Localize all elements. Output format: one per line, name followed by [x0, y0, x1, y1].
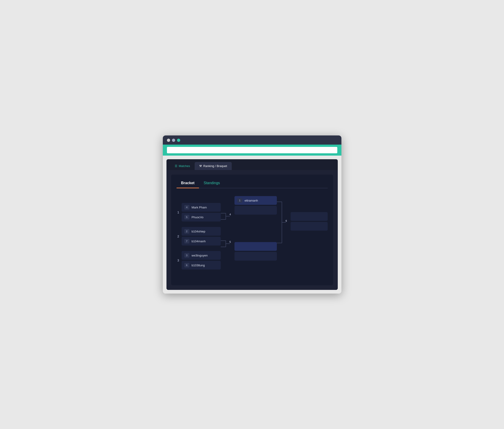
bracket-label: Bracket [181, 181, 195, 185]
slot-r1g1s2: 5 PhuocVo [182, 213, 221, 221]
group-2-label: 2 [177, 235, 180, 238]
ranking-icon: ⚒ [199, 164, 202, 168]
svg-text:6: 6 [286, 219, 287, 222]
tab-ranking[interactable]: ⚒ Ranking / Braquet [195, 162, 232, 170]
inner-panel: Bracket Standings 1 [171, 175, 333, 285]
slot-r2g5s1: 0 [234, 242, 277, 251]
standings-label: Standings [204, 181, 220, 185]
slot-r1g2s2: 7 b104manh [182, 237, 221, 245]
browser-titlebar [163, 135, 342, 156]
group-6-slots: 0 0 [291, 212, 327, 231]
connector-r1-r2: 4 5 [221, 201, 234, 279]
seed: 6 [184, 263, 189, 267]
seed: 3 [184, 253, 189, 258]
minimize-button[interactable] [172, 139, 175, 142]
tab-matches-label: Matches [179, 164, 190, 168]
player-name: Mark Pham [192, 206, 207, 209]
slot-r3g6s1: 0 [291, 212, 327, 221]
round3-group-6: 0 0 [291, 210, 327, 233]
browser-window: ☰ Matches ⚒ Ranking / Braquet Bracket [163, 135, 342, 294]
maximize-button[interactable] [177, 139, 180, 142]
slot-r2g4s2: 0 [234, 206, 277, 215]
player-name: b104xhiep [192, 230, 205, 233]
slot-r2g4s1: 1 ettramanh [234, 196, 277, 205]
round-3: 0 0 [291, 194, 327, 233]
round-2: 1 ettramanh 0 [234, 194, 277, 263]
tab-bar: ☰ Matches ⚒ Ranking / Braquet [166, 159, 338, 170]
player-name: b103ttung [192, 263, 205, 267]
connector-r2-r3: 6 [277, 194, 291, 271]
group-5-slots: 0 0 [234, 242, 277, 261]
url-bar[interactable] [167, 147, 337, 153]
browser-content: ☰ Matches ⚒ Ranking / Braquet Bracket [163, 156, 342, 294]
browser-bar-area [163, 145, 342, 156]
slot-r1g2s1: 2 b104xhiep [182, 227, 221, 236]
main-content: Bracket Standings 1 [166, 170, 338, 290]
player-name: we3tnguyen [192, 254, 208, 257]
sub-tab-bracket[interactable]: Bracket [177, 179, 199, 188]
svg-text:5: 5 [229, 240, 231, 243]
seed: 7 [184, 239, 189, 244]
svg-text:4: 4 [229, 213, 231, 216]
round1-group-2: 2 2 b104xhiep 7 b104manh [177, 225, 221, 248]
sub-tab-standings[interactable]: Standings [199, 179, 225, 188]
player-name: ettramanh [244, 199, 258, 202]
slot-r2g5s2: 0 [234, 252, 277, 261]
slot-r1g3s2: 6 b103ttung [182, 261, 221, 270]
tab-ranking-label: Ranking / Braquet [203, 164, 227, 168]
group-3-label: 3 [177, 259, 180, 262]
group-4-slots: 1 ettramanh 0 [234, 196, 277, 215]
seed: 2 [184, 229, 189, 234]
browser-buttons [167, 139, 337, 142]
group-3-slots: 3 we3tnguyen 6 b103ttung [182, 251, 221, 270]
tab-matches[interactable]: ☰ Matches [170, 162, 195, 170]
player-name: PhuocVo [192, 216, 204, 219]
round2-group-4: 1 ettramanh 0 [234, 194, 277, 217]
seed: 5 [184, 215, 189, 219]
group-2-slots: 2 b104xhiep 7 b104manh [182, 227, 221, 245]
group-1-label: 1 [177, 210, 180, 214]
slot-r1g1s1: 4 Mark Pham [182, 203, 221, 212]
seed: 4 [184, 205, 189, 210]
slot-r1g3s1: 3 we3tnguyen [182, 251, 221, 260]
close-button[interactable] [167, 139, 170, 142]
round2-group-5: 0 0 [234, 240, 277, 263]
matches-icon: ☰ [175, 164, 178, 168]
app-container: ☰ Matches ⚒ Ranking / Braquet Bracket [166, 159, 338, 290]
player-name: b104manh [192, 240, 206, 243]
seed: 1 [237, 198, 242, 203]
group-1-slots: 4 Mark Pham 5 PhuocVo [182, 203, 221, 221]
round-1: 1 4 Mark Pham 5 PhuocVo [177, 194, 221, 272]
round1-group-1: 1 4 Mark Pham 5 PhuocVo [177, 201, 221, 224]
bracket-area: 1 4 Mark Pham 5 PhuocVo [177, 194, 328, 281]
sub-tabs: Bracket Standings [177, 179, 328, 188]
round1-group-3: 3 3 we3tnguyen 6 b103ttung [177, 249, 221, 272]
slot-r3g6s2: 0 [291, 222, 327, 231]
